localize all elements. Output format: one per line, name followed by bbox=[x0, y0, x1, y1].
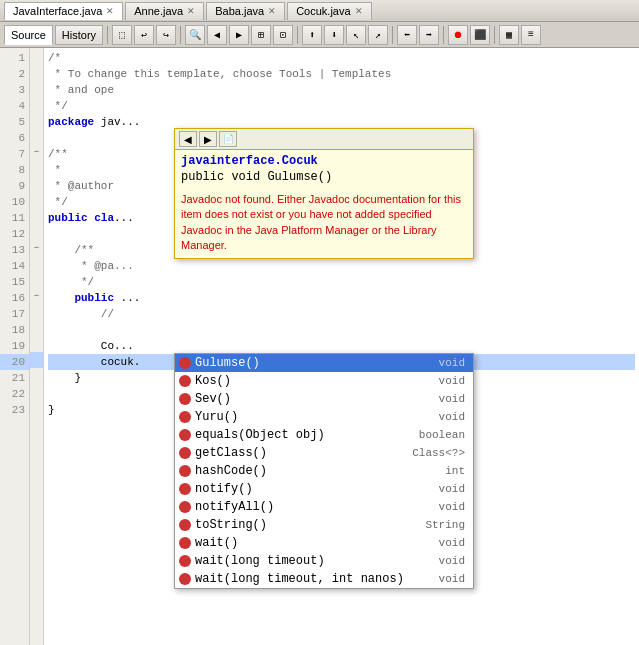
tooltip-doc-button[interactable]: 📄 bbox=[219, 131, 237, 147]
ac-type-5: Class<?> bbox=[412, 447, 469, 459]
history-button[interactable]: History bbox=[55, 25, 103, 45]
ac-item-12[interactable]: wait(long timeout, int nanos) void bbox=[175, 570, 473, 588]
ac-item-4[interactable]: equals(Object obj) boolean bbox=[175, 426, 473, 444]
ac-item-10[interactable]: wait() void bbox=[175, 534, 473, 552]
line-num-10: 10 bbox=[0, 194, 29, 210]
ac-name-6: hashCode() bbox=[195, 464, 441, 478]
toolbar-icon-14[interactable]: ➡ bbox=[419, 25, 439, 45]
tooltip-warning: Javadoc not found. Either Javadoc docume… bbox=[181, 193, 461, 251]
tab-cocukjava[interactable]: Cocuk.java ✕ bbox=[287, 2, 371, 20]
tooltip-back-button[interactable]: ◀ bbox=[179, 131, 197, 147]
ac-item-9[interactable]: toString() String bbox=[175, 516, 473, 534]
tooltip-signature: public void Gulumse() bbox=[175, 170, 473, 188]
ac-icon-2 bbox=[179, 393, 191, 405]
ac-item-3[interactable]: Yuru() void bbox=[175, 408, 473, 426]
tab-babajava[interactable]: Baba.java ✕ bbox=[206, 2, 285, 20]
toolbar-icon-1[interactable]: ⬚ bbox=[112, 25, 132, 45]
tab-close-icon[interactable]: ✕ bbox=[268, 6, 276, 16]
tooltip-forward-button[interactable]: ▶ bbox=[199, 131, 217, 147]
fold-14 bbox=[30, 256, 43, 272]
code-line-2: * To change this template, choose Tools … bbox=[48, 66, 635, 82]
toolbar-icon-11[interactable]: ↖ bbox=[346, 25, 366, 45]
toolbar-icon-5[interactable]: ◀ bbox=[207, 25, 227, 45]
code-line-16: public ... bbox=[48, 290, 635, 306]
ac-icon-1 bbox=[179, 375, 191, 387]
code-line-15: */ bbox=[48, 274, 635, 290]
line-num-19: 19 bbox=[0, 338, 29, 354]
toolbar-icon-3[interactable]: ↪ bbox=[156, 25, 176, 45]
toolbar-icon-12[interactable]: ↗ bbox=[368, 25, 388, 45]
fold-16[interactable]: − bbox=[30, 288, 43, 304]
fold-19 bbox=[30, 336, 43, 352]
fold-10 bbox=[30, 192, 43, 208]
separator-4 bbox=[392, 26, 393, 44]
ac-item-2[interactable]: Sev() void bbox=[175, 390, 473, 408]
line-num-22: 22 bbox=[0, 386, 29, 402]
toolbar-icon-7[interactable]: ⊞ bbox=[251, 25, 271, 45]
ac-icon-6 bbox=[179, 465, 191, 477]
ac-icon-3 bbox=[179, 411, 191, 423]
ac-item-6[interactable]: hashCode() int bbox=[175, 462, 473, 480]
ac-item-0[interactable]: Gulumse() void bbox=[175, 354, 473, 372]
ac-icon-0 bbox=[179, 357, 191, 369]
toolbar-icon-9[interactable]: ⬆ bbox=[302, 25, 322, 45]
toolbar-icon-6[interactable]: ▶ bbox=[229, 25, 249, 45]
toolbar-icon-16[interactable]: ⬛ bbox=[470, 25, 490, 45]
ac-item-11[interactable]: wait(long timeout) void bbox=[175, 552, 473, 570]
ac-icon-11 bbox=[179, 555, 191, 567]
fold-6 bbox=[30, 128, 43, 144]
line-num-18: 18 bbox=[0, 322, 29, 338]
ac-type-7: void bbox=[439, 483, 469, 495]
code-line-4: */ bbox=[48, 98, 635, 114]
code-area[interactable]: /* * To change this template, choose Too… bbox=[44, 48, 639, 645]
line-numbers: 1 2 3 4 5 6 7 8 9 10 11 12 13 14 15 16 1… bbox=[0, 48, 30, 645]
tab-javainterfacejava[interactable]: JavaInterface.java ✕ bbox=[4, 2, 123, 20]
line-num-14: 14 bbox=[0, 258, 29, 274]
tab-close-icon[interactable]: ✕ bbox=[187, 6, 195, 16]
toolbar-icon-18[interactable]: ≡ bbox=[521, 25, 541, 45]
fold-column: − − − bbox=[30, 48, 44, 645]
toolbar-icon-15[interactable]: ⏺ bbox=[448, 25, 468, 45]
separator-2 bbox=[180, 26, 181, 44]
ac-item-7[interactable]: notify() void bbox=[175, 480, 473, 498]
ac-icon-12 bbox=[179, 573, 191, 585]
tab-label: JavaInterface.java bbox=[13, 5, 102, 17]
fold-7[interactable]: − bbox=[30, 144, 43, 160]
fold-23 bbox=[30, 400, 43, 416]
fold-8 bbox=[30, 160, 43, 176]
fold-12 bbox=[30, 224, 43, 240]
fold-4 bbox=[30, 96, 43, 112]
line-num-6: 6 bbox=[0, 130, 29, 146]
tab-annejava[interactable]: Anne.java ✕ bbox=[125, 2, 204, 20]
fold-5 bbox=[30, 112, 43, 128]
line-num-12: 12 bbox=[0, 226, 29, 242]
toolbar-icon-2[interactable]: ↩ bbox=[134, 25, 154, 45]
line-num-7: 7 bbox=[0, 146, 29, 162]
toolbar-icon-10[interactable]: ⬇ bbox=[324, 25, 344, 45]
source-button[interactable]: Source bbox=[4, 25, 53, 45]
ac-item-8[interactable]: notifyAll() void bbox=[175, 498, 473, 516]
line-num-2: 2 bbox=[0, 66, 29, 82]
toolbar-icon-17[interactable]: ▦ bbox=[499, 25, 519, 45]
ac-icon-8 bbox=[179, 501, 191, 513]
ac-name-4: equals(Object obj) bbox=[195, 428, 415, 442]
tab-bar: JavaInterface.java ✕ Anne.java ✕ Baba.ja… bbox=[0, 0, 639, 22]
fold-11 bbox=[30, 208, 43, 224]
tab-close-icon[interactable]: ✕ bbox=[355, 6, 363, 16]
toolbar-icon-8[interactable]: ⊡ bbox=[273, 25, 293, 45]
fold-13[interactable]: − bbox=[30, 240, 43, 256]
ac-name-11: wait(long timeout) bbox=[195, 554, 435, 568]
ac-item-1[interactable]: Kos() void bbox=[175, 372, 473, 390]
ac-type-6: int bbox=[445, 465, 469, 477]
ac-type-0: void bbox=[439, 357, 469, 369]
ac-item-5[interactable]: getClass() Class<?> bbox=[175, 444, 473, 462]
tab-close-icon[interactable]: ✕ bbox=[106, 6, 114, 16]
fold-17 bbox=[30, 304, 43, 320]
toolbar: Source History ⬚ ↩ ↪ 🔍 ◀ ▶ ⊞ ⊡ ⬆ ⬇ ↖ ↗ ⬅… bbox=[0, 22, 639, 48]
toolbar-icon-4[interactable]: 🔍 bbox=[185, 25, 205, 45]
tab-label: Baba.java bbox=[215, 5, 264, 17]
toolbar-icon-13[interactable]: ⬅ bbox=[397, 25, 417, 45]
ac-name-7: notify() bbox=[195, 482, 435, 496]
separator-1 bbox=[107, 26, 108, 44]
autocomplete-dropdown[interactable]: Gulumse() void Kos() void Sev() void Yur… bbox=[174, 353, 474, 589]
